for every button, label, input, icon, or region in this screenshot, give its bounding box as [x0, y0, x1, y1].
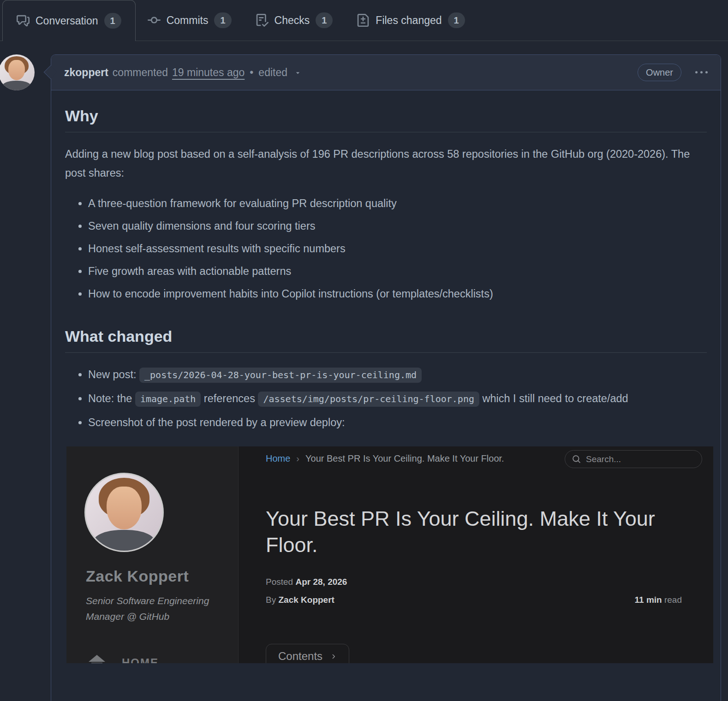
owner-badge[interactable]: Owner: [638, 64, 681, 81]
tab-counter: 1: [214, 12, 231, 28]
blog-posted-date: Apr 28, 2026: [295, 577, 347, 587]
tab-commits[interactable]: Commits 1: [136, 0, 244, 41]
tab-label: Checks: [274, 14, 310, 27]
what-changed-list: New post: _posts/2026-04-28-your-best-pr…: [65, 364, 707, 433]
blog-byline-author: Zack Koppert: [278, 595, 334, 605]
blog-avatar: [84, 473, 164, 552]
blog-avatar-photo: [86, 474, 162, 551]
tab-files-changed[interactable]: Files changed 1: [345, 0, 477, 41]
pr-conversation-page: Conversation 1 Commits 1 Checks 1 Files …: [0, 0, 728, 701]
search-icon: [572, 455, 581, 463]
comment-discussion-icon: [17, 14, 30, 27]
list-item: Screenshot of the post rendered by a pre…: [88, 412, 707, 433]
comment-action: commented: [113, 66, 168, 79]
tab-counter: 1: [104, 13, 121, 29]
tab-label: Conversation: [36, 15, 98, 27]
breadcrumb-current: Your Best PR Is Your Ceiling. Make It Yo…: [305, 453, 504, 464]
search-input: Search...: [565, 450, 702, 468]
blog-author-name: Zack Koppert: [86, 567, 189, 585]
tab-counter: 1: [448, 12, 465, 28]
list-item: New post: _posts/2026-04-28-your-best-pr…: [88, 364, 707, 385]
preview-main: Home › Your Best PR Is Your Ceiling. Mak…: [239, 446, 713, 663]
what-changed-heading: What changed: [65, 327, 707, 353]
comment-timestamp-link[interactable]: 19 minutes ago: [172, 66, 245, 79]
why-intro: Adding a new blog post based on a self-a…: [65, 145, 707, 183]
blog-author-bio: Senior Software Engineering Manager @ Gi…: [86, 593, 224, 624]
breadcrumb-home-link: Home: [266, 453, 290, 464]
tab-counter: 1: [316, 12, 333, 28]
why-bullet-list: A three-question framework for evaluatin…: [65, 194, 707, 303]
list-item: Honest self-assessment results with spec…: [88, 239, 707, 258]
triangle-down-icon[interactable]: [294, 69, 301, 76]
blog-post-title: Your Best PR Is Your Ceiling. Make It Yo…: [266, 505, 672, 558]
avatar-photo: [0, 54, 35, 90]
dot-separator: •: [250, 66, 253, 79]
comment-header: zkoppert commented 19 minutes ago • edit…: [51, 55, 721, 90]
tab-label: Files changed: [376, 14, 442, 27]
list-item: Five growth areas with actionable patter…: [88, 262, 707, 281]
search-placeholder: Search...: [586, 454, 621, 464]
comment-box: zkoppert commented 19 minutes ago • edit…: [51, 54, 721, 701]
pr-tab-bar: Conversation 1 Commits 1 Checks 1 Files …: [0, 0, 728, 41]
blog-posted-row: Posted Apr 28, 2026: [266, 577, 682, 587]
avatar-zkoppert[interactable]: [0, 54, 35, 90]
file-diff-icon: [357, 14, 370, 27]
code-span: /assets/img/posts/pr-ceiling-floor.png: [258, 392, 479, 407]
why-heading: Why: [65, 107, 707, 132]
list-item: A three-question framework for evaluatin…: [88, 194, 707, 213]
tab-conversation[interactable]: Conversation 1: [2, 0, 136, 41]
home-icon: [88, 655, 106, 663]
blog-byline-row: By Zack Koppert 11 min read: [266, 595, 682, 605]
blog-read-time: 11 min read: [635, 595, 682, 605]
chevron-right-icon: [330, 653, 337, 660]
tab-label: Commits: [167, 14, 209, 27]
list-item: Note: the image.path references /assets/…: [88, 388, 707, 409]
tab-checks[interactable]: Checks 1: [244, 0, 345, 41]
edited-label: edited: [258, 66, 287, 79]
contents-button: Contents: [266, 644, 349, 663]
git-commit-icon: [148, 14, 161, 27]
preview-screenshot-image[interactable]: Zack Koppert Senior Software Engineering…: [66, 446, 713, 663]
breadcrumb-separator: ›: [296, 453, 299, 464]
comment-author[interactable]: zkoppert: [64, 66, 108, 79]
preview-sidebar: Zack Koppert Senior Software Engineering…: [66, 446, 239, 663]
checklist-icon: [256, 14, 269, 27]
list-item: Seven quality dimensions and four scorin…: [88, 217, 707, 236]
code-span: _posts/2026-04-28-your-best-pr-is-your-c…: [139, 368, 422, 383]
list-item: How to encode improvement habits into Co…: [88, 285, 707, 303]
blog-nav-home: HOME: [88, 655, 159, 663]
code-span: image.path: [135, 392, 201, 407]
comment-body: Why Adding a new blog post based on a se…: [51, 90, 721, 677]
kebab-menu-icon[interactable]: [695, 66, 708, 79]
